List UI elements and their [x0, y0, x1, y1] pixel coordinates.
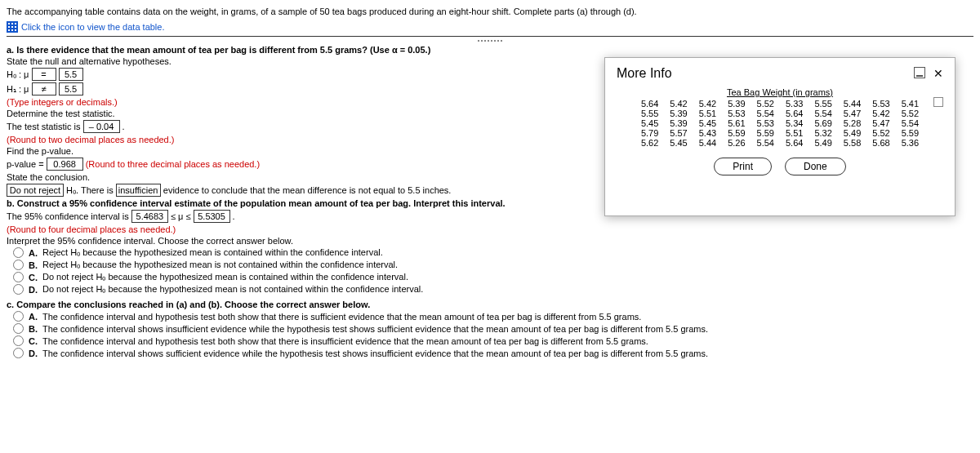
data-cell: 5.47: [844, 109, 861, 118]
conc-tail: evidence to conclude that the mean diffe…: [163, 185, 452, 195]
radio-b-C[interactable]: [13, 272, 24, 282]
radio-b-A[interactable]: [13, 247, 24, 258]
opt-c-C-text: The confidence interval and hypothesis t…: [42, 336, 648, 346]
data-cell: 5.47: [872, 118, 889, 128]
minimize-icon[interactable]: [914, 67, 925, 78]
data-cell: 5.39: [670, 109, 687, 118]
p-round-hint: (Round to three decimal places as needed…: [86, 159, 260, 169]
print-button[interactable]: Print: [714, 158, 772, 175]
stat-pre: The test statistic is: [7, 122, 80, 131]
data-cell: 5.62: [641, 138, 658, 148]
data-cell: 5.55: [814, 99, 831, 109]
intro-text: The accompanying table contains data on …: [7, 7, 973, 16]
data-row: 5.455.395.455.615.535.345.695.285.475.54: [617, 118, 943, 128]
data-cell: 5.42: [872, 109, 889, 118]
radio-b-D[interactable]: [13, 284, 24, 295]
divider: [7, 36, 973, 37]
data-cell: 5.57: [670, 128, 687, 138]
ci-pre: The 95% confidence interval is: [7, 211, 129, 221]
data-cell: 5.42: [670, 99, 687, 109]
data-cell: 5.44: [699, 138, 716, 148]
radio-c-B[interactable]: [13, 323, 24, 334]
data-cell: 5.64: [641, 99, 658, 109]
opt-b-B[interactable]: B. Reject H₀ because the hypothesized me…: [13, 260, 973, 270]
data-grid-header: Tea Bag Weight (in grams): [617, 87, 943, 97]
data-cell: 5.69: [814, 118, 831, 128]
data-cell: 5.64: [786, 109, 803, 118]
h1-op-input[interactable]: [32, 82, 56, 95]
dotted-divider: [478, 40, 502, 42]
data-row: 5.645.425.425.395.525.335.555.445.535.41: [617, 99, 943, 109]
data-cell: 5.33: [786, 99, 803, 109]
interpret-q: Interpret the 95% confidence interval. C…: [7, 236, 973, 246]
h0-op-input[interactable]: [32, 68, 56, 81]
data-cell: 5.59: [902, 128, 919, 138]
opt-b-C[interactable]: C. Do not reject H₀ because the hypothes…: [13, 272, 973, 282]
data-cell: 5.53: [728, 109, 745, 118]
ci-hi-input[interactable]: [194, 210, 230, 223]
copy-icon[interactable]: [933, 97, 943, 107]
h0-val-input[interactable]: [59, 68, 83, 81]
ci-mid: ≤ μ ≤: [171, 211, 191, 221]
opt-c-B-text: The confidence interval shows insufficie…: [42, 324, 708, 334]
p-value-input[interactable]: [47, 158, 83, 171]
data-cell: 5.52: [757, 99, 774, 109]
h0-prefix: H₀ : μ: [7, 69, 29, 79]
data-row: 5.795.575.435.595.595.515.325.495.525.59: [617, 128, 943, 138]
radio-c-C[interactable]: [13, 335, 24, 346]
data-cell: 5.36: [902, 138, 919, 148]
data-cell: 5.49: [814, 138, 831, 148]
data-cell: 5.45: [670, 138, 687, 148]
data-row: 5.625.455.445.265.545.645.495.585.685.36: [617, 138, 943, 148]
opt-c-C[interactable]: C. The confidence interval and hypothesi…: [13, 335, 973, 346]
opt-c-B[interactable]: B. The confidence interval shows insuffi…: [13, 323, 973, 334]
p-pre: p-value =: [7, 159, 44, 169]
data-cell: 5.51: [786, 128, 803, 138]
data-cell: 5.39: [670, 118, 687, 128]
data-row: 5.555.395.515.535.545.645.545.475.425.52: [617, 109, 943, 118]
ci-lo-input[interactable]: [131, 210, 168, 223]
data-cell: 5.52: [872, 128, 889, 138]
stat-post: .: [122, 122, 125, 131]
opt-b-A-text: Reject H₀ because the hypothesized mean …: [42, 247, 383, 258]
conc-reject-input[interactable]: [7, 184, 64, 197]
conc-suff-input[interactable]: [116, 184, 161, 197]
data-cell: 5.42: [699, 99, 716, 109]
opt-c-A[interactable]: A. The confidence interval and hypothesi…: [13, 311, 973, 322]
h1-val-input[interactable]: [59, 82, 83, 95]
conc-mid: H₀. There is: [66, 185, 116, 195]
data-cell: 5.43: [699, 128, 716, 138]
data-cell: 5.58: [844, 138, 861, 148]
data-cell: 5.32: [814, 128, 831, 138]
table-icon: [7, 21, 18, 33]
part-a-question: a. Is there evidence that the mean amoun…: [7, 45, 973, 55]
radio-b-B[interactable]: [13, 260, 24, 270]
opt-b-A[interactable]: A. Reject H₀ because the hypothesized me…: [13, 247, 973, 258]
data-cell: 5.59: [728, 128, 745, 138]
data-cell: 5.54: [757, 138, 774, 148]
data-cell: 5.64: [786, 138, 803, 148]
data-cell: 5.39: [728, 99, 745, 109]
radio-c-A[interactable]: [13, 311, 24, 322]
h1-prefix: H₁ : μ: [7, 84, 29, 94]
close-icon[interactable]: ✕: [933, 67, 943, 80]
test-stat-input[interactable]: [83, 120, 120, 133]
data-cell: 5.61: [728, 118, 745, 128]
opt-c-D-text: The confidence interval shows sufficient…: [42, 349, 708, 358]
data-cell: 5.54: [814, 109, 831, 118]
radio-c-D[interactable]: [13, 348, 24, 358]
opt-c-D[interactable]: D. The confidence interval shows suffici…: [13, 348, 973, 358]
opt-b-D[interactable]: D. Do not reject H₀ because the hypothes…: [13, 284, 973, 295]
done-button[interactable]: Done: [785, 158, 846, 175]
data-table-link[interactable]: Click the icon to view the data table.: [7, 21, 973, 33]
data-cell: 5.41: [902, 99, 919, 109]
data-cell: 5.49: [844, 128, 861, 138]
opt-b-D-text: Do not reject H₀ because the hypothesize…: [42, 284, 423, 295]
modal-title: More Info: [617, 66, 672, 81]
data-cell: 5.52: [902, 109, 919, 118]
data-cell: 5.26: [728, 138, 745, 148]
data-cell: 5.34: [786, 118, 803, 128]
data-cell: 5.51: [699, 109, 716, 118]
data-cell: 5.44: [844, 99, 861, 109]
part-c-question: c. Compare the conclusions reached in (a…: [7, 300, 973, 309]
